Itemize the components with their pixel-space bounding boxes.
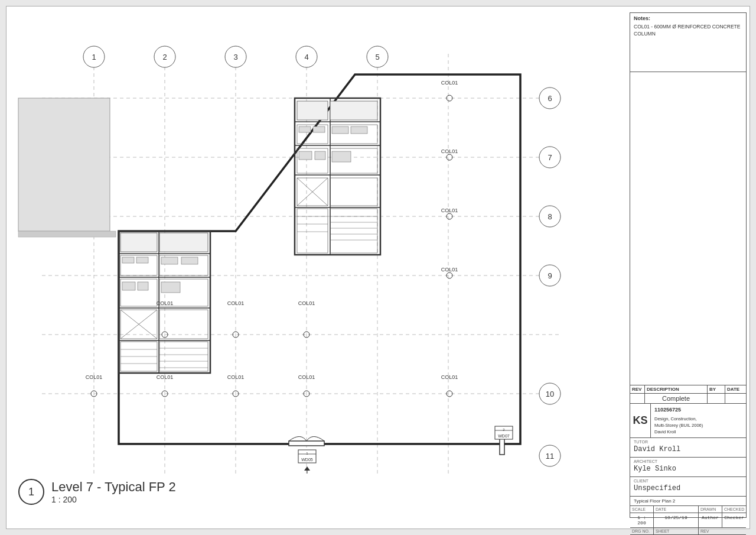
- svg-text:2: 2: [162, 53, 167, 61]
- svg-rect-131: [500, 438, 504, 455]
- svg-text:COL01: COL01: [441, 80, 458, 86]
- svg-rect-53: [332, 151, 351, 162]
- svg-rect-77: [122, 257, 134, 263]
- svg-rect-42: [330, 101, 377, 120]
- rev-col-header: REV: [630, 385, 645, 393]
- plan-title: Level 7 - Typical FP 2: [51, 479, 176, 495]
- date-value: 10/25/19: [654, 513, 699, 527]
- footer-labels: SCALE DATE DRAWN CHECKED: [630, 506, 746, 513]
- svg-rect-84: [122, 282, 135, 290]
- project-desc-3: David Kroll: [654, 429, 703, 435]
- date-col-header: DATE: [725, 385, 746, 393]
- drg-no-label: DRG NO.: [630, 528, 654, 534]
- rev-table-row: Complete: [630, 394, 746, 404]
- svg-rect-41: [297, 101, 328, 120]
- tutor-value: David Kroll: [630, 444, 746, 458]
- svg-rect-51: [299, 151, 312, 160]
- project-block: KS 110256725 Design, Construction, Multi…: [630, 404, 746, 438]
- project-number: 110256725: [654, 406, 703, 414]
- footer-values: 1 : 200 10/25/19 Author Checker: [630, 513, 746, 528]
- svg-text:COL01: COL01: [441, 207, 458, 213]
- drawing-reference-space: [630, 72, 746, 385]
- by-col-header: BY: [708, 385, 725, 393]
- notes-item-1: COL01 - 600MM Ø REINFORCED CONCRETE COLU…: [634, 24, 742, 38]
- drawing-title: Typical Floor Plan 2: [630, 497, 746, 506]
- svg-text:WD05: WD05: [301, 458, 313, 462]
- svg-rect-48: [351, 127, 367, 134]
- tutor-label: TUTOR: [630, 438, 746, 444]
- svg-text:COL01: COL01: [157, 374, 174, 380]
- client-value: Unspecified: [630, 483, 746, 497]
- svg-text:5: 5: [375, 53, 379, 61]
- svg-text:3: 3: [233, 53, 237, 61]
- legend-text-block: Level 7 - Typical FP 2 1 : 200: [51, 479, 176, 504]
- svg-rect-85: [138, 282, 148, 290]
- date-value: [725, 394, 746, 403]
- svg-text:6: 6: [548, 94, 552, 103]
- legend-bubble: 1: [18, 479, 44, 505]
- description-value: Complete: [645, 394, 708, 403]
- rev-label-footer: REV: [699, 528, 746, 534]
- notes-title: Notes:: [634, 15, 742, 21]
- svg-rect-47: [332, 127, 348, 134]
- svg-rect-86: [161, 282, 180, 293]
- svg-rect-75: [159, 233, 208, 252]
- svg-rect-52: [315, 151, 325, 160]
- svg-rect-78: [136, 257, 148, 263]
- rev-table-header: REV DESCRIPTION BY DATE: [630, 385, 746, 394]
- rev-value: [630, 394, 645, 403]
- by-value: [708, 394, 725, 403]
- svg-text:4: 4: [304, 53, 308, 61]
- client-label: CLIENT: [630, 477, 746, 483]
- svg-rect-55: [330, 178, 377, 206]
- svg-marker-129: [304, 466, 310, 471]
- scale-label: SCALE: [630, 506, 654, 513]
- svg-text:COL01: COL01: [227, 374, 245, 380]
- legend-box: 1 Level 7 - Typical FP 2 1 : 200: [18, 479, 176, 505]
- date-label: DATE: [654, 506, 699, 513]
- architect-label: ARCHITECT: [630, 458, 746, 463]
- svg-rect-74: [120, 233, 157, 252]
- drg-labels: DRG NO. SHEET REV: [630, 528, 746, 535]
- svg-text:COL01: COL01: [227, 300, 245, 306]
- project-desc-1: Design, Construction,: [654, 416, 703, 422]
- svg-text:COL01: COL01: [298, 300, 315, 306]
- project-initials: KS: [630, 404, 651, 437]
- notes-section: Notes: COL01 - 600MM Ø REINFORCED CONCRE…: [630, 13, 746, 72]
- architect-value: Kyle Sinko: [630, 463, 746, 477]
- svg-rect-59: [330, 209, 377, 253]
- checked-label: CHECKED: [722, 506, 746, 513]
- svg-rect-58: [297, 209, 328, 253]
- plan-scale: 1 : 200: [51, 495, 176, 504]
- svg-rect-136: [18, 98, 110, 231]
- svg-text:1: 1: [92, 53, 96, 61]
- svg-rect-80: [161, 257, 178, 264]
- svg-text:COL01: COL01: [86, 374, 103, 380]
- svg-rect-95: [159, 342, 208, 371]
- drawn-label: DRAWN: [699, 506, 722, 513]
- svg-text:8: 8: [548, 212, 552, 221]
- svg-text:11: 11: [546, 452, 554, 461]
- svg-text:COL01: COL01: [298, 374, 315, 380]
- project-desc-2: Multi-Storey (BUIL 2006): [654, 422, 703, 429]
- floor-plan-svg: 1 2 3 4 5 6 7 8 9 10 11: [6, 7, 630, 521]
- svg-text:10: 10: [546, 390, 554, 398]
- legend-bubble-number: 1: [28, 486, 34, 498]
- svg-text:COL01: COL01: [157, 300, 174, 306]
- project-info: 110256725 Design, Construction, Multi-St…: [651, 404, 706, 437]
- title-block: Notes: COL01 - 600MM Ø REINFORCED CONCRE…: [630, 12, 747, 518]
- checked-value: Checker: [722, 513, 746, 527]
- svg-rect-45: [313, 127, 325, 132]
- svg-rect-124: [289, 441, 324, 446]
- svg-text:COL01: COL01: [441, 267, 458, 273]
- description-col-header: DESCRIPTION: [645, 385, 708, 393]
- svg-rect-44: [299, 127, 311, 132]
- svg-text:WD07: WD07: [498, 434, 510, 438]
- svg-text:COL01: COL01: [441, 148, 458, 154]
- sheet-label: SHEET: [654, 528, 699, 534]
- scale-value: 1 : 200: [630, 513, 654, 527]
- svg-text:7: 7: [548, 153, 552, 162]
- svg-text:COL01: COL01: [441, 374, 458, 380]
- drawn-value: Author: [699, 513, 722, 527]
- svg-rect-137: [18, 231, 116, 237]
